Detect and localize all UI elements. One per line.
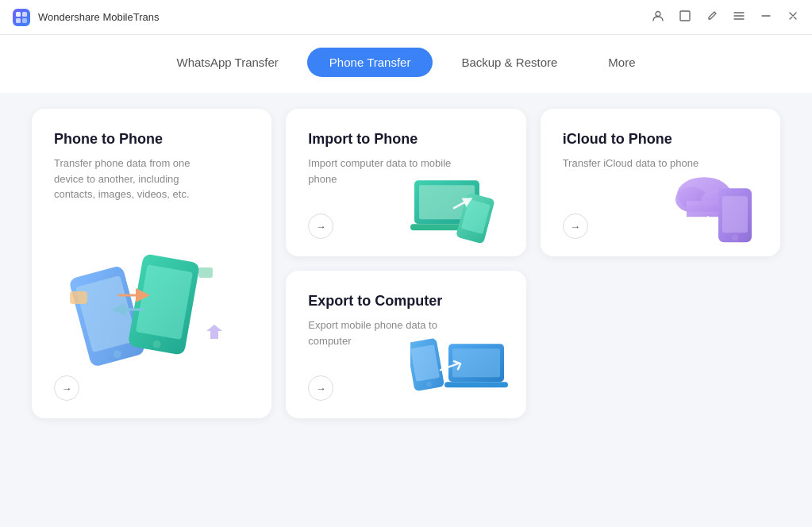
card-phone-to-phone[interactable]: Phone to Phone Transfer phone data from …	[32, 109, 271, 418]
import-illustration	[410, 164, 514, 255]
tab-phone-transfer[interactable]: Phone Transfer	[307, 48, 433, 77]
card-phone-to-phone-desc: Transfer phone data from one device to a…	[54, 156, 213, 202]
svg-rect-7	[75, 275, 137, 352]
svg-point-4	[656, 12, 660, 17]
card-import-arrow[interactable]: →	[308, 213, 333, 239]
card-icloud-to-phone[interactable]: iCloud to Phone Transfer iCloud data to …	[541, 109, 780, 256]
svg-rect-12	[70, 291, 87, 304]
nav-bar: WhatsApp Transfer Phone Transfer Backup …	[0, 35, 812, 93]
svg-rect-3	[22, 18, 27, 23]
card-icloud-title: iCloud to Phone	[563, 131, 758, 148]
tab-backup-restore[interactable]: Backup & Restore	[439, 48, 579, 77]
main-content: Phone to Phone Transfer phone data from …	[0, 93, 812, 434]
titlebar-left: Wondershare MobileTrans	[13, 9, 159, 26]
svg-rect-31	[444, 382, 508, 387]
card-import-title: Import to Phone	[308, 131, 503, 148]
user-icon[interactable]	[652, 10, 664, 25]
titlebar: Wondershare MobileTrans	[0, 0, 812, 35]
svg-rect-5	[680, 11, 690, 21]
card-icloud-arrow[interactable]: →	[563, 213, 588, 239]
menu-icon[interactable]	[733, 10, 745, 25]
minimize-icon[interactable]	[760, 10, 772, 25]
card-phone-to-phone-title: Phone to Phone	[54, 131, 249, 148]
svg-rect-24	[722, 196, 748, 233]
card-export-title: Export to Computer	[308, 293, 503, 310]
window-icon[interactable]	[679, 10, 691, 25]
svg-rect-1	[22, 12, 27, 17]
edit-icon[interactable]	[706, 10, 718, 25]
svg-point-25	[732, 234, 738, 240]
svg-rect-0	[16, 12, 21, 17]
app-title: Wondershare MobileTrans	[38, 11, 159, 23]
card-export-arrow[interactable]: →	[308, 375, 333, 401]
icloud-illustration	[664, 164, 768, 255]
card-phone-to-phone-arrow[interactable]: →	[54, 375, 79, 401]
card-export-to-computer[interactable]: Export to Computer Export mobile phone d…	[286, 271, 525, 418]
svg-rect-13	[198, 267, 213, 278]
svg-rect-2	[16, 18, 21, 23]
tab-more[interactable]: More	[586, 48, 657, 77]
card-import-to-phone[interactable]: Import to Phone Import computer data to …	[286, 109, 525, 256]
tab-whatsapp-transfer[interactable]: WhatsApp Transfer	[154, 48, 300, 77]
close-icon[interactable]	[787, 10, 799, 25]
titlebar-controls	[652, 10, 799, 25]
phone-to-phone-illustration	[56, 220, 246, 379]
export-illustration	[410, 326, 514, 417]
app-icon	[13, 9, 30, 26]
